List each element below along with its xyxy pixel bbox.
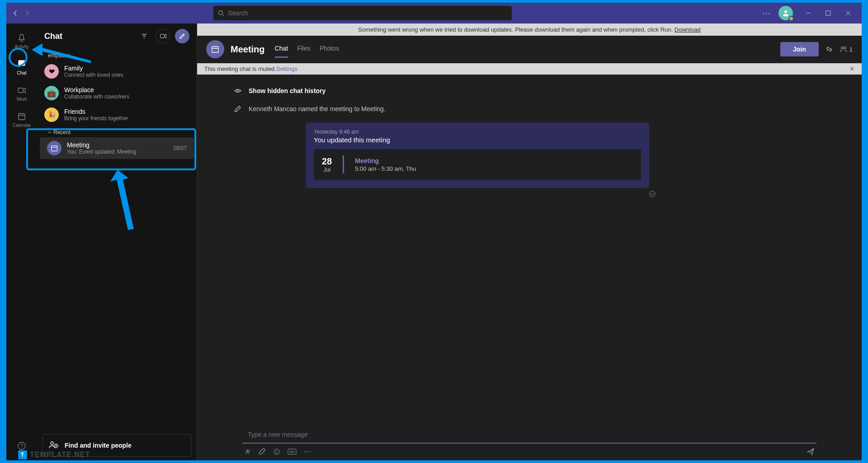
minimize-button[interactable]: [798, 3, 818, 23]
tab-chat[interactable]: Chat: [275, 41, 288, 58]
svg-rect-4: [826, 11, 830, 15]
svg-rect-17: [160, 34, 165, 38]
party-icon: 🎉: [44, 108, 59, 122]
tab-files[interactable]: Files: [297, 41, 311, 58]
update-banner: Something went wrong when we tried to do…: [197, 23, 862, 36]
emoji-button[interactable]: [273, 448, 280, 455]
more-compose-button[interactable]: ⋯: [304, 447, 311, 456]
rail-calendar[interactable]: Calendar: [6, 107, 37, 132]
attach-button[interactable]: [259, 448, 266, 455]
event-timerange: 5:00 am - 5:30 am, Thu: [355, 165, 416, 172]
help-icon: ?: [16, 440, 27, 451]
rail-label: Chat: [17, 70, 26, 75]
tab-photos[interactable]: Photos: [320, 41, 340, 58]
rail-activity[interactable]: Activity: [6, 28, 37, 53]
app-rail: Activity Chat Meet Calendar: [6, 23, 37, 460]
title-bar: ⋯: [6, 3, 862, 23]
svg-point-29: [650, 191, 655, 196]
conversation-header: Meeting Chat Files Photos Join 1: [197, 36, 862, 63]
templates-section-header[interactable]: emplates: [37, 49, 197, 61]
template-friends[interactable]: 🎉 Friends Bring your friends together: [37, 104, 197, 126]
conversation-title: Meeting: [231, 44, 265, 55]
send-button[interactable]: [807, 448, 815, 456]
svg-point-20: [51, 442, 53, 444]
filter-button[interactable]: [137, 29, 151, 43]
rail-label: Calendar: [13, 123, 31, 128]
svg-point-30: [274, 449, 279, 454]
event-day: 28: [322, 156, 332, 167]
svg-line-1: [222, 14, 224, 16]
template-family[interactable]: ❤ Family Connect with loved ones: [37, 61, 197, 82]
chat-icon: [16, 59, 27, 70]
calendar-icon: [16, 111, 27, 122]
svg-text:?: ?: [20, 443, 23, 449]
svg-rect-24: [212, 47, 218, 52]
presence-badge: [788, 16, 794, 21]
heart-icon: ❤: [44, 64, 59, 79]
read-receipt-icon: [649, 191, 656, 197]
briefcase-icon: 💼: [44, 86, 59, 100]
rail-meet[interactable]: Meet: [6, 80, 37, 106]
event-name: Meeting: [355, 157, 416, 164]
template-workplace[interactable]: 💼 Workplace Collaborate with coworkers: [37, 82, 197, 104]
recent-chat-meeting[interactable]: Meeting You: Event updated: Meeting 28/0…: [40, 137, 194, 159]
close-banner-button[interactable]: ✕: [849, 65, 854, 72]
rename-event-row: Kenneth Mancao named the meeting to Meet…: [215, 100, 844, 118]
meeting-update-card[interactable]: Yesterday 9:46 am You updated this meeti…: [306, 122, 649, 188]
compose-area: GIF ⋯: [242, 426, 816, 460]
chevron-down-icon: [48, 131, 52, 134]
format-button[interactable]: [244, 448, 251, 455]
maximize-button[interactable]: [818, 3, 838, 23]
svg-point-27: [844, 47, 846, 49]
rail-label: Meet: [17, 97, 27, 102]
copy-link-button[interactable]: [825, 45, 833, 53]
chat-panel: Chat emplates ❤: [37, 23, 197, 460]
meeting-avatar-icon: [206, 40, 224, 58]
rail-chat[interactable]: Chat: [6, 54, 37, 80]
divider: [343, 155, 344, 173]
recent-section-header[interactable]: Recent: [37, 126, 197, 137]
eye-icon: [233, 86, 242, 95]
muted-banner: This meeting chat is muted. Settings ✕: [197, 63, 862, 75]
conversation-area: Something went wrong when we tried to do…: [197, 23, 862, 460]
meet-now-button[interactable]: [156, 29, 170, 43]
download-link[interactable]: Download: [675, 26, 701, 33]
search-input[interactable]: [228, 9, 507, 17]
search-box[interactable]: [213, 6, 512, 20]
video-icon: [16, 85, 27, 96]
event-month: Jul: [323, 167, 330, 173]
watermark: T TEMPLATE.NET: [18, 450, 90, 459]
bell-icon: [16, 33, 27, 43]
search-icon: [218, 10, 224, 16]
svg-point-26: [841, 47, 843, 49]
svg-point-28: [237, 90, 239, 92]
person-add-icon: [48, 440, 59, 451]
svg-point-0: [219, 11, 223, 15]
user-avatar[interactable]: [778, 6, 793, 20]
compose-input[interactable]: [242, 426, 816, 444]
chat-panel-title: Chat: [44, 32, 62, 41]
pencil-icon: [233, 104, 242, 113]
gif-button[interactable]: GIF: [288, 449, 297, 455]
svg-rect-7: [18, 88, 23, 93]
svg-point-32: [277, 450, 278, 451]
svg-text:GIF: GIF: [289, 450, 295, 454]
svg-rect-18: [52, 146, 57, 151]
svg-point-2: [784, 10, 787, 13]
svg-rect-8: [19, 114, 25, 120]
forward-button[interactable]: [22, 8, 33, 19]
event-title: You updated this meeting: [314, 136, 641, 144]
show-history-row[interactable]: Show hidden chat history: [215, 82, 844, 100]
join-button[interactable]: Join: [780, 42, 819, 56]
back-button[interactable]: [10, 8, 21, 19]
more-menu[interactable]: ⋯: [760, 8, 773, 18]
settings-link[interactable]: Settings: [276, 65, 297, 72]
svg-point-31: [275, 450, 276, 451]
close-button[interactable]: [838, 3, 858, 23]
calendar-icon: [47, 141, 61, 155]
participants-button[interactable]: 1: [840, 45, 853, 53]
new-chat-button[interactable]: [175, 29, 189, 43]
event-timestamp: Yesterday 9:46 am: [314, 129, 641, 135]
rail-label: Activity: [14, 44, 29, 49]
